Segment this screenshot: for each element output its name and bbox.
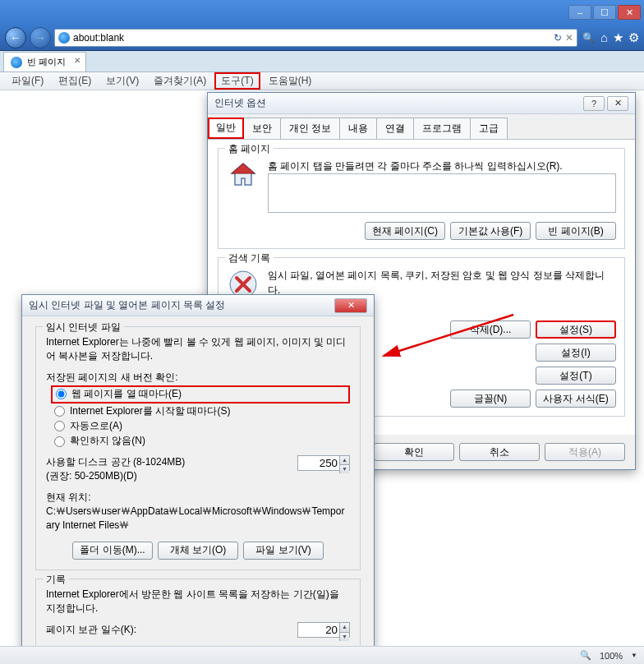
homepage-textarea[interactable] xyxy=(268,173,616,213)
group-title: 검색 기록 xyxy=(225,251,274,265)
navigation-bar: ← → ↻ ✕ 🔍 ⌂ ★ ⚙ xyxy=(0,25,644,51)
radio-label: 확인하지 않음(N) xyxy=(70,434,145,448)
view-objects-button[interactable]: 개체 보기(O) xyxy=(158,542,238,560)
days-label: 페이지 보관 일수(K): xyxy=(46,623,136,637)
location-path: C:￦Users￦user￦AppData￦Local￦Microsoft￦Wi… xyxy=(46,505,350,533)
history-desc: Internet Explorer에서 방문한 웹 사이트 목록을 저장하는 기… xyxy=(46,588,350,616)
browser-tab[interactable]: 빈 페이지 ✕ xyxy=(3,52,86,71)
settings-button[interactable]: 설정(S) xyxy=(536,320,616,339)
history-fieldset: 기록 Internet Explorer에서 방문한 웹 사이트 목록을 저장하… xyxy=(35,579,361,649)
version-check-radio[interactable]: 확인하지 않음(N) xyxy=(54,434,350,448)
house-icon xyxy=(227,159,260,191)
spinner-up-icon[interactable]: ▲ xyxy=(339,456,349,465)
tabs-settings-button[interactable]: 설정(T) xyxy=(536,367,616,385)
options-tab[interactable]: 보안 xyxy=(243,118,281,139)
disk-space-label: 사용할 디스크 공간 (8-1024MB) (권장: 50-250MB)(D) xyxy=(46,455,185,484)
radio-input[interactable] xyxy=(54,406,65,417)
home-icon[interactable]: ⌂ xyxy=(600,30,608,45)
menu-item[interactable]: 파일(F) xyxy=(5,72,50,90)
radio-input[interactable] xyxy=(54,421,65,431)
radio-label: 자동으로(A) xyxy=(70,419,122,433)
menu-item[interactable]: 도구(T) xyxy=(214,72,260,90)
options-tab[interactable]: 프로그램 xyxy=(413,118,471,139)
options-tab[interactable]: 개인 정보 xyxy=(280,118,340,139)
tab-close-icon[interactable]: ✕ xyxy=(74,56,80,65)
menu-item[interactable]: 보기(V) xyxy=(99,72,145,90)
fieldset-title: 임시 인터넷 파일 xyxy=(43,320,124,334)
menu-item[interactable]: 도움말(H) xyxy=(262,72,319,90)
cancel-button[interactable]: 취소 xyxy=(459,443,540,461)
temp-files-desc: Internet Explorer는 나중에 빨리 볼 수 있게 웹 페이지, … xyxy=(46,335,350,364)
group-title: 홈 페이지 xyxy=(225,142,274,156)
check-version-label: 저장된 페이지의 새 버전 확인: xyxy=(46,371,350,385)
forward-button[interactable]: → xyxy=(30,27,51,48)
menu-item[interactable]: 즐겨찾기(A) xyxy=(147,72,213,90)
temp-files-settings-dialog: 임시 인터넷 파일 및 열어본 페이지 목록 설정 ✕ 임시 인터넷 파일 In… xyxy=(21,294,375,664)
tab-title: 빈 페이지 xyxy=(27,56,66,68)
disk-space-spinner[interactable]: ▲▼ xyxy=(297,455,350,471)
status-bar: 🔍 100% ▼ xyxy=(0,646,644,664)
tools-icon[interactable]: ⚙ xyxy=(628,30,639,45)
version-check-radio[interactable]: 자동으로(A) xyxy=(54,419,350,433)
radio-label: 웹 페이지를 열 때마다(E) xyxy=(71,387,182,401)
temp-files-fieldset: 임시 인터넷 파일 Internet Explorer는 나중에 빨리 볼 수 … xyxy=(35,326,361,570)
window-titlebar: – ☐ ✕ xyxy=(0,0,644,25)
delete-button[interactable]: 삭제(D)... xyxy=(450,320,531,339)
ok-button[interactable]: 확인 xyxy=(374,443,454,461)
dialog-title: 임시 인터넷 파일 및 열어본 페이지 목록 설정 xyxy=(29,298,225,312)
homepage-group: 홈 페이지 홈 페이지 탭을 만들려면 각 줄마다 주소를 하나씩 입력하십시오… xyxy=(218,148,625,249)
user-style-button[interactable]: 사용자 서식(E) xyxy=(536,390,616,408)
tab-bar: 빈 페이지 ✕ xyxy=(0,51,644,72)
history-desc: 임시 파일, 열어본 페이지 목록, 쿠키, 저장된 암호 및 웹 양식 정보를… xyxy=(268,268,616,297)
options-tab[interactable]: 일반 xyxy=(208,118,244,139)
minimize-button[interactable]: – xyxy=(568,5,591,20)
favorites-icon[interactable]: ★ xyxy=(613,30,623,45)
fieldset-title: 기록 xyxy=(43,573,69,587)
spinner-up-icon[interactable]: ▲ xyxy=(339,623,349,632)
menu-bar: 파일(F)편집(E)보기(V)즐겨찾기(A)도구(T)도움말(H) xyxy=(0,72,644,90)
search-settings-button[interactable]: 설정(I) xyxy=(536,344,616,362)
move-folder-button[interactable]: 폴더 이동(M)... xyxy=(72,542,153,560)
zoom-icon[interactable]: 🔍 xyxy=(580,650,591,661)
view-files-button[interactable]: 파일 보기(V) xyxy=(243,542,324,560)
radio-input[interactable] xyxy=(56,389,67,399)
radio-input[interactable] xyxy=(54,436,65,447)
font-button[interactable]: 글꼴(N) xyxy=(450,390,531,408)
apply-button[interactable]: 적용(A) xyxy=(545,443,625,461)
blank-page-button[interactable]: 빈 페이지(B) xyxy=(536,222,616,240)
window-close-button[interactable]: ✕ xyxy=(618,5,641,20)
zoom-level[interactable]: 100% xyxy=(600,651,623,661)
help-button[interactable]: ? xyxy=(583,96,605,111)
dialog-close-button[interactable]: ✕ xyxy=(607,96,628,111)
spinner-down-icon[interactable]: ▼ xyxy=(339,465,349,473)
stop-icon[interactable]: ✕ xyxy=(565,32,573,44)
refresh-icon[interactable]: ↻ xyxy=(554,32,562,44)
default-button[interactable]: 기본값 사용(F) xyxy=(450,222,531,240)
zoom-dropdown-icon[interactable]: ▼ xyxy=(631,652,637,659)
options-tab[interactable]: 고급 xyxy=(470,118,508,139)
search-icon[interactable]: 🔍 xyxy=(581,30,597,46)
ie-icon xyxy=(11,57,22,68)
address-input[interactable] xyxy=(73,32,550,44)
maximize-button[interactable]: ☐ xyxy=(593,5,616,20)
current-page-button[interactable]: 현재 페이지(C) xyxy=(365,222,445,240)
options-tabs: 일반보안개인 정보내용연결프로그램고급 xyxy=(208,114,635,140)
location-label: 현재 위치: xyxy=(46,491,350,505)
menu-item[interactable]: 편집(E) xyxy=(52,72,98,90)
version-check-radio[interactable]: Internet Explorer를 시작할 때마다(S) xyxy=(54,404,350,418)
ie-icon xyxy=(58,32,70,44)
days-spinner[interactable]: ▲▼ xyxy=(297,622,350,638)
options-tab[interactable]: 연결 xyxy=(376,118,414,139)
dialog-title: 인터넷 옵션 xyxy=(214,96,266,110)
dialog-titlebar: 임시 인터넷 파일 및 열어본 페이지 목록 설정 ✕ xyxy=(22,295,374,316)
dialog-close-button[interactable]: ✕ xyxy=(334,298,367,313)
homepage-desc: 홈 페이지 탭을 만들려면 각 줄마다 주소를 하나씩 입력하십시오(R). xyxy=(268,159,616,173)
spinner-down-icon[interactable]: ▼ xyxy=(339,633,349,641)
back-button[interactable]: ← xyxy=(5,27,26,48)
options-tab[interactable]: 내용 xyxy=(339,118,377,139)
version-check-radio[interactable]: 웹 페이지를 열 때마다(E) xyxy=(51,385,350,403)
settings-body: 임시 인터넷 파일 Internet Explorer는 나중에 빨리 볼 수 … xyxy=(22,316,374,662)
address-bar[interactable]: ↻ ✕ xyxy=(54,29,577,47)
dialog-titlebar: 인터넷 옵션 ? ✕ xyxy=(208,93,635,114)
nav-right-icons: ⌂ ★ ⚙ xyxy=(600,30,639,45)
